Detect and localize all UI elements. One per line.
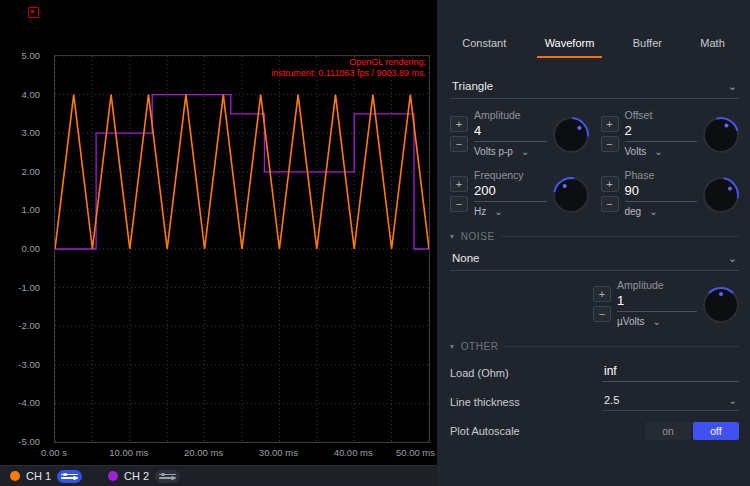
y-tick-label: 3.00 (0, 127, 40, 138)
phase-decrement-button[interactable]: − (601, 196, 619, 212)
frequency-decrement-button[interactable]: − (450, 196, 468, 212)
frequency-increment-button[interactable]: + (450, 176, 468, 192)
param-frequency: + − Frequency 200 Hz ⌄ (450, 169, 589, 217)
y-tick-label: 0.00 (0, 243, 40, 254)
waveform-type-select[interactable]: Triangle ⌄ (450, 76, 739, 99)
render-stats-overlay: OpenGL rendering; instrument: 0.111063 f… (271, 57, 426, 79)
plot-autoscale-row: Plot Autoscale on off (450, 422, 739, 440)
waveform-plot[interactable]: OpenGL rendering; instrument: 0.111063 f… (54, 55, 430, 443)
plot-autoscale-toggle: on off (645, 422, 739, 440)
noise-amplitude-value[interactable]: 1 (617, 291, 697, 312)
line-thickness-value: 2.5 (604, 394, 619, 406)
amplitude-value[interactable]: 4 (474, 121, 547, 142)
noise-section-header[interactable]: ▾ NOISE (450, 231, 739, 242)
phase-knob[interactable] (703, 177, 739, 213)
offset-unit-value: Volts (625, 146, 647, 157)
noise-section-title: NOISE (461, 231, 495, 242)
section-collapse-icon: ▾ (450, 232, 455, 241)
controls-panel: Constant Waveform Buffer Math Triangle ⌄… (437, 0, 750, 486)
chevron-down-icon: ⌄ (649, 208, 657, 215)
offset-label: Offset (625, 109, 698, 121)
y-tick-label: 1.00 (0, 204, 40, 215)
y-tick-label: 2.00 (0, 165, 40, 176)
plot-panel: OpenGL rendering; instrument: 0.111063 f… (0, 0, 437, 465)
other-section-header[interactable]: ▾ OTHER (450, 341, 739, 352)
signal-generator-window: OpenGL rendering; instrument: 0.111063 f… (0, 0, 750, 486)
load-input[interactable]: inf (602, 363, 739, 382)
chevron-down-icon: ⌄ (652, 318, 660, 325)
frequency-knob[interactable] (553, 177, 589, 213)
tab-waveform[interactable]: Waveform (543, 32, 597, 58)
parameter-grid: + − Amplitude 4 Volts p-p ⌄ (450, 109, 739, 217)
y-tick-label: -4.00 (0, 397, 40, 408)
load-label: Load (Ohm) (450, 367, 602, 379)
frequency-value[interactable]: 200 (474, 181, 547, 202)
phase-increment-button[interactable]: + (601, 176, 619, 192)
ch1-label: CH 1 (26, 470, 51, 482)
plot-canvas (55, 56, 429, 442)
autoscale-off-button[interactable]: off (693, 422, 739, 440)
phase-value[interactable]: 90 (625, 181, 698, 202)
param-offset: + − Offset 2 Volts ⌄ (601, 109, 740, 157)
frequency-unit-value: Hz (474, 206, 486, 217)
phase-unit-value: deg (625, 206, 642, 217)
load-row: Load (Ohm) inf (450, 363, 739, 382)
noise-amplitude-label: Amplitude (617, 279, 697, 291)
chevron-down-icon: ⌄ (729, 397, 737, 404)
autoscale-on-button[interactable]: on (645, 422, 691, 440)
amplitude-decrement-button[interactable]: − (450, 136, 468, 152)
amplitude-unit-value: Volts p-p (474, 146, 513, 157)
detach-plot-icon[interactable] (28, 7, 39, 18)
line-thickness-select[interactable]: 2.5 ⌄ (602, 393, 739, 411)
x-tick-label: 50.00 ms (396, 447, 435, 458)
ch2-settings-icon[interactable] (155, 470, 180, 483)
phase-unit-select[interactable]: deg ⌄ (625, 206, 698, 217)
offset-value[interactable]: 2 (625, 121, 698, 142)
channel-bar: CH 1 CH 2 (0, 465, 437, 486)
param-amplitude: + − Amplitude 4 Volts p-p ⌄ (450, 109, 589, 157)
noise-amplitude-unit-select[interactable]: µVolts ⌄ (617, 316, 697, 327)
phase-label: Phase (625, 169, 698, 181)
y-tick-label: 5.00 (0, 50, 40, 61)
noise-amplitude-knob[interactable] (703, 287, 739, 323)
tab-math[interactable]: Math (698, 32, 726, 58)
offset-knob[interactable] (703, 117, 739, 153)
noise-type-select[interactable]: None ⌄ (450, 248, 739, 271)
tab-buffer[interactable]: Buffer (631, 32, 664, 58)
param-phase: + − Phase 90 deg ⌄ (601, 169, 740, 217)
ch2-color-dot[interactable] (108, 471, 118, 481)
frequency-label: Frequency (474, 169, 547, 181)
x-tick-label: 40.00 ms (334, 447, 373, 458)
noise-type-value: None (452, 252, 480, 264)
y-tick-label: -5.00 (0, 436, 40, 447)
noise-amplitude-decrement-button[interactable]: − (593, 306, 611, 322)
amplitude-knob[interactable] (553, 117, 589, 153)
offset-increment-button[interactable]: + (601, 116, 619, 132)
waveform-tab-content: Triangle ⌄ + − Amplitude 4 Volts p-p ⌄ (437, 76, 750, 440)
other-section-title: OTHER (461, 341, 499, 352)
chevron-down-icon: ⌄ (494, 208, 502, 215)
noise-amplitude-increment-button[interactable]: + (593, 286, 611, 302)
amplitude-unit-select[interactable]: Volts p-p ⌄ (474, 146, 547, 157)
param-noise-amplitude: + − Amplitude 1 µVolts ⌄ (593, 279, 739, 327)
ch1-color-dot[interactable] (10, 471, 20, 481)
amplitude-increment-button[interactable]: + (450, 116, 468, 132)
amplitude-label: Amplitude (474, 109, 547, 121)
noise-amplitude-unit-value: µVolts (617, 316, 644, 327)
y-tick-label: -1.00 (0, 281, 40, 292)
chevron-down-icon: ⌄ (728, 254, 737, 262)
offset-unit-select[interactable]: Volts ⌄ (625, 146, 698, 157)
frequency-unit-select[interactable]: Hz ⌄ (474, 206, 547, 217)
chevron-down-icon: ⌄ (521, 148, 529, 155)
ch1-settings-icon[interactable] (57, 470, 82, 483)
waveform-type-value: Triangle (452, 80, 493, 92)
x-tick-label: 10.00 ms (109, 447, 148, 458)
tab-constant[interactable]: Constant (460, 32, 508, 58)
chevron-down-icon: ⌄ (728, 82, 737, 90)
x-tick-label: 0.00 s (41, 447, 67, 458)
line-thickness-label: Line thickness (450, 396, 602, 408)
offset-decrement-button[interactable]: − (601, 136, 619, 152)
render-stats-line2: instrument: 0.111063 fps / 9003.89 ms. (271, 68, 426, 79)
y-tick-label: -2.00 (0, 320, 40, 331)
y-tick-label: 4.00 (0, 88, 40, 99)
